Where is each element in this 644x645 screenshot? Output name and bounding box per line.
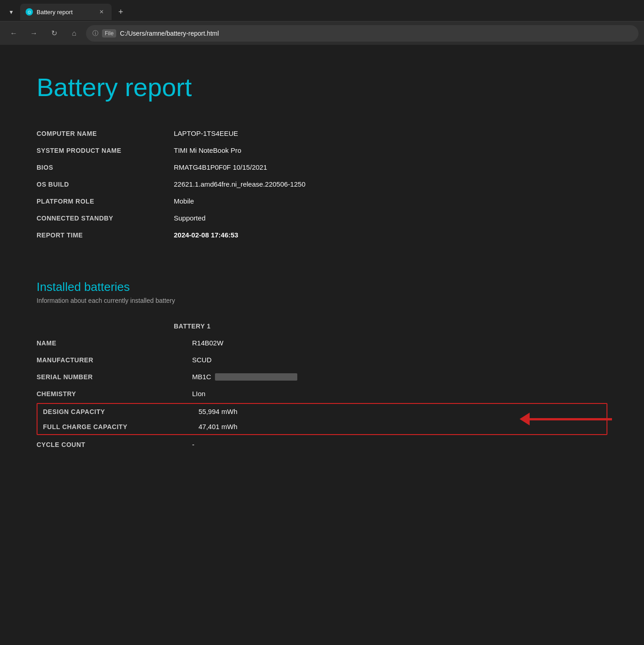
battery-row-manufacturer: MANUFACTURER SCUD: [37, 351, 607, 368]
info-row-connected-standby: CONNECTED STANDBY Supported: [37, 210, 607, 226]
info-label-connected-standby: CONNECTED STANDBY: [37, 215, 156, 222]
info-row-report-time: REPORT TIME 2024-02-08 17:46:53: [37, 226, 607, 243]
info-label-bios: BIOS: [37, 164, 156, 171]
battery-col-header: BATTERY 1: [174, 322, 210, 330]
plus-icon: +: [118, 7, 123, 17]
page-content: Battery report COMPUTER NAME LAPTOP-1TS4…: [0, 45, 644, 645]
battery-row-serial-number: SERIAL NUMBER MB1C: [37, 368, 607, 385]
forward-icon: →: [30, 29, 38, 38]
info-row-computer-name: COMPUTER NAME LAPTOP-1TS4EEUE: [37, 125, 607, 142]
info-row-platform-role: PLATFORM ROLE Mobile: [37, 193, 607, 210]
tab-dropdown-button[interactable]: ▾: [4, 5, 18, 19]
info-value-computer-name: LAPTOP-1TS4EEUE: [174, 129, 238, 137]
battery-label-manufacturer: MANUFACTURER: [37, 356, 174, 364]
battery-row-chemistry: CHEMISTRY LIon: [37, 385, 607, 402]
battery-value-full-charge-capacity: 47,401 mWh: [199, 423, 237, 430]
info-row-bios: BIOS RMATG4B1P0F0F 10/15/2021: [37, 159, 607, 176]
info-label-system-product-name: SYSTEM PRODUCT NAME: [37, 147, 156, 154]
info-label-report-time: REPORT TIME: [37, 231, 156, 239]
arrow-shaft: [530, 418, 612, 420]
battery-label-design-capacity: DESIGN CAPACITY: [43, 408, 180, 415]
battery-label-serial-number: SERIAL NUMBER: [37, 373, 174, 381]
battery-value-design-capacity: 55,994 mWh: [199, 408, 237, 415]
tab-bar: ▾ ⊙ Battery report ✕ +: [0, 0, 644, 21]
battery-value-chemistry: LIon: [192, 390, 205, 398]
battery-value-manufacturer: SCUD: [192, 356, 212, 364]
batteries-section-title: Installed batteries: [37, 280, 607, 294]
info-value-os-build: 22621.1.amd64fre.ni_release.220506-1250: [174, 180, 306, 188]
info-row-os-build: OS BUILD 22621.1.amd64fre.ni_release.220…: [37, 176, 607, 193]
address-bar[interactable]: ⓘ File C:/Users/ramne/battery-report.htm…: [86, 25, 639, 42]
battery-header-row: BATTERY 1: [37, 318, 607, 334]
system-info: COMPUTER NAME LAPTOP-1TS4EEUE SYSTEM PRO…: [37, 125, 607, 243]
tab-close-button[interactable]: ✕: [97, 7, 106, 16]
highlighted-capacity-group: DESIGN CAPACITY 55,994 mWh FULL CHARGE C…: [37, 403, 607, 435]
forward-button[interactable]: →: [26, 25, 42, 42]
red-arrow-indicator: [520, 413, 612, 425]
file-badge: File: [102, 29, 116, 38]
nav-bar: ← → ↻ ⌂ ⓘ File C:/Users/ramne/battery-re…: [0, 21, 644, 45]
new-tab-button[interactable]: +: [113, 5, 128, 19]
serial-number-redaction-bar: [215, 373, 297, 381]
info-value-platform-role: Mobile: [174, 197, 194, 205]
info-value-system-product-name: TIMI Mi NoteBook Pro: [174, 146, 242, 154]
info-label-os-build: OS BUILD: [37, 181, 156, 188]
tab-favicon: ⊙: [26, 8, 33, 16]
battery-label-full-charge-capacity: FULL CHARGE CAPACITY: [43, 423, 180, 430]
battery-value-cycle-count: -: [192, 441, 194, 448]
batteries-section-subtitle: Information about each currently install…: [37, 297, 607, 304]
browser-chrome: ▾ ⊙ Battery report ✕ + ← → ↻ ⌂: [0, 0, 644, 45]
address-url: C:/Users/ramne/battery-report.html: [120, 30, 632, 37]
refresh-icon: ↻: [51, 29, 57, 38]
battery-table: BATTERY 1 NAME R14B02W MANUFACTURER SCUD…: [37, 318, 607, 453]
info-icon: ⓘ: [92, 29, 98, 38]
battery-label-cycle-count: CYCLE COUNT: [37, 441, 174, 448]
info-value-connected-standby: Supported: [174, 214, 205, 222]
info-label-computer-name: COMPUTER NAME: [37, 130, 156, 137]
page-title: Battery report: [37, 72, 607, 102]
info-row-system-product-name: SYSTEM PRODUCT NAME TIMI Mi NoteBook Pro: [37, 142, 607, 159]
back-icon: ←: [10, 29, 17, 38]
active-tab[interactable]: ⊙ Battery report ✕: [20, 4, 112, 20]
close-icon: ✕: [99, 9, 104, 15]
tab-title: Battery report: [37, 9, 93, 16]
back-button[interactable]: ←: [5, 25, 22, 42]
info-value-bios: RMATG4B1P0F0F 10/15/2021: [174, 163, 267, 171]
serial-number-visible: MB1C: [192, 373, 211, 381]
home-icon: ⌂: [72, 29, 76, 38]
battery-label-chemistry: CHEMISTRY: [37, 390, 174, 398]
chevron-down-icon: ▾: [10, 8, 13, 16]
info-label-platform-role: PLATFORM ROLE: [37, 198, 156, 205]
battery-value-name: R14B02W: [192, 339, 223, 347]
info-value-report-time: 2024-02-08 17:46:53: [174, 231, 238, 239]
battery-value-serial-number: MB1C: [192, 373, 297, 381]
refresh-button[interactable]: ↻: [46, 25, 62, 42]
battery-label-name: NAME: [37, 339, 174, 347]
home-button[interactable]: ⌂: [66, 25, 82, 42]
batteries-section: Installed batteries Information about ea…: [37, 280, 607, 453]
battery-row-name: NAME R14B02W: [37, 334, 607, 351]
battery-header-spacer: [37, 322, 174, 330]
arrow-tip: [520, 413, 530, 425]
battery-row-cycle-count: CYCLE COUNT -: [37, 436, 607, 453]
